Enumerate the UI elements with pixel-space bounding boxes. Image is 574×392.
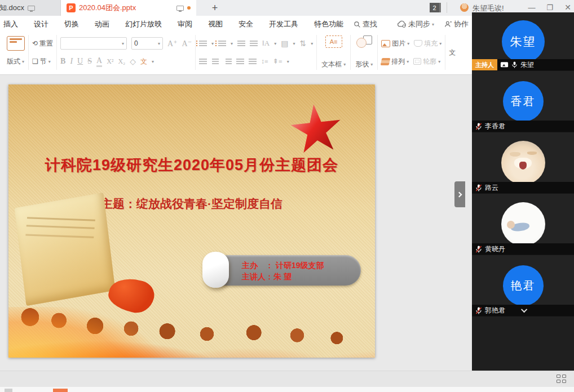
menu-design[interactable]: 设计 [26,19,56,29]
new-tab-button[interactable]: + [207,1,222,15]
section-button[interactable]: ❏ 节▾ [32,57,51,66]
picture-button[interactable]: 图片▾ [381,39,409,48]
numbered-list-icon[interactable] [218,41,226,46]
fill-button[interactable]: 填充▾ [414,39,441,48]
chevron-down-icon: ▾ [432,22,434,27]
align-right-icon[interactable] [224,59,232,64]
menu-security[interactable]: 安全 [231,19,261,29]
underline-button[interactable]: U [77,57,83,66]
participant-name: 李香君 [485,122,505,131]
strikethrough-button[interactable]: S [87,57,92,66]
participant-name: 路云 [485,183,498,193]
menu-slideshow[interactable]: 幻灯片放映 [117,19,170,29]
line-spacing-icon[interactable]: ↕≡ [261,57,268,66]
avatar: 香君 [503,81,544,122]
menu-features[interactable]: 特色功能 [306,19,351,29]
tab-label: 通知.docx [0,3,24,13]
participant-name: 郭艳君 [485,306,505,315]
menu-insert[interactable]: 插入 [0,19,26,29]
monitor-icon [176,6,184,11]
menu-view[interactable]: 视图 [200,19,231,29]
collaborate-button[interactable]: 协作 [444,19,469,29]
align-left-icon[interactable] [199,59,207,64]
distribute-icon[interactable] [249,59,257,64]
grow-font-button[interactable]: A⁺ [167,39,178,48]
fill-icon [414,40,422,47]
picture-icon [381,40,390,47]
slide-bottom-artwork [8,217,375,358]
participant-tile[interactable]: 朱望 主持人 朱望 [472,12,574,71]
italic-button[interactable]: I [70,57,73,66]
taskbar-edge [0,387,574,392]
font-color-button[interactable]: A [96,56,102,67]
taskbar-hint-gray [5,389,12,392]
slide-title-text[interactable]: 计科院19级研究生2020年05月份主题团会 [8,155,375,175]
mic-muted-icon[interactable] [475,245,482,253]
mouse-capsule-graphic [202,252,229,288]
mic-muted-icon[interactable] [475,122,482,131]
organizer-line: 主办 ： 计研19级支部 [242,261,324,271]
shapes-button[interactable]: 形状▾ [354,35,374,70]
participant-name: 朱望 [520,60,534,70]
layout-button[interactable]: 版式▾ [7,57,24,66]
editing-canvas: 计科院19级研究生2020年05月份主题团会 主题：绽放战役青春·坚定制度自信 … [0,75,472,371]
participant-tile[interactable]: 路云 [472,132,574,194]
outline-button[interactable]: 轮廓▾ [413,57,440,66]
font-name-select[interactable]: ▾ [60,37,127,50]
subscript-button[interactable]: X₂ [118,57,125,66]
participant-name: 黄晓丹 [485,244,505,254]
text-box-align-icon[interactable]: ▤ [281,39,288,48]
text-direction-icon[interactable]: ⇅ [299,39,306,48]
find-button[interactable]: 查找 [354,19,377,29]
bullet-list-icon[interactable] [199,41,207,46]
speaker-line: 主讲人：朱 望 [242,272,292,282]
slide-canvas[interactable]: 计科院19级研究生2020年05月份主题团会 主题：绽放战役青春·坚定制度自信 … [8,84,375,358]
align-center-icon[interactable] [211,59,219,64]
divider [447,2,447,13]
mic-muted-icon[interactable] [475,184,482,192]
slide-sorter-view-icon[interactable] [557,375,566,383]
superscript-button[interactable]: X² [107,57,113,66]
wps-presentation-icon: P [67,3,76,12]
glow-graphic [8,307,161,358]
participant-tile[interactable]: 黄晓丹 [472,194,574,255]
sleeping-illustration-avatar [501,202,545,246]
document-tab-active[interactable]: P 2020.04团会.pptx [61,0,196,16]
mic-muted-icon[interactable] [475,306,482,315]
lang-tool-button[interactable]: 文 [140,57,147,66]
organizer-banner[interactable]: 主办 ： 计研19级支部 主讲人：朱 望 [207,255,361,286]
slide-layout-icon[interactable] [7,36,25,51]
shrink-font-button[interactable]: A⁻ [182,39,192,48]
window-count-badge[interactable]: 2 [430,3,441,12]
screen-share-icon[interactable] [500,61,509,68]
taskbar-hint-orange [53,389,68,392]
increase-indent-icon[interactable] [250,41,258,46]
document-tab-inactive[interactable]: 通知.docx [0,0,61,16]
clear-format-icon[interactable]: ◇ [130,57,136,66]
menu-devtools[interactable]: 开发工具 [261,19,306,29]
para-spacing-icon[interactable]: ⇞≡ [273,57,282,66]
user-avatar[interactable] [460,3,469,12]
participant-tile[interactable]: 香君 李香君 [472,71,574,132]
text-columns-icon[interactable]: ‖A [262,39,270,48]
cutoff-group-label: 文 [449,48,456,57]
menu-review[interactable]: 审阅 [170,19,200,29]
font-size-select[interactable]: 0▾ [131,37,163,50]
menu-transition[interactable]: 切换 [56,19,87,29]
reset-button[interactable]: ⟲ 重置 [32,39,53,48]
arrange-button[interactable]: 排列▾ [381,57,409,66]
chevron-right-icon [457,191,462,197]
mic-on-icon[interactable] [511,61,518,69]
status-bar [0,371,574,387]
decrease-indent-icon[interactable] [237,41,245,46]
participant-tile[interactable]: 艳君 郭艳君 [472,255,574,317]
sync-status-button[interactable]: 未同步 ▾ [397,19,434,29]
menu-animation[interactable]: 动画 [87,19,117,29]
textbox-button[interactable]: A≡ 文本框▾ [320,35,347,70]
justify-icon[interactable] [236,59,244,64]
shapes-icon [356,35,372,48]
bold-button[interactable]: B [60,57,65,66]
person-plus-icon [444,20,452,28]
collapse-chevron-icon[interactable] [521,306,527,313]
sidebar-expand-handle[interactable] [454,181,465,207]
